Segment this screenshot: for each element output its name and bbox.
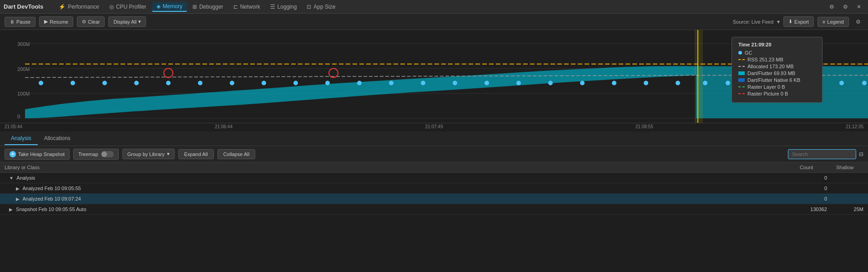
svg-point-16 — [134, 81, 139, 85]
pause-button[interactable]: ⏸ Pause — [5, 17, 35, 27]
tooltip-row-dart-flutter: Dart/Flutter 69.93 MB — [738, 71, 816, 76]
resume-icon: ▶ — [44, 19, 48, 25]
tooltip-title: Time 21:09:20 — [738, 42, 816, 47]
display-all-label: Display All — [113, 19, 136, 25]
svg-text:0: 0 — [17, 114, 20, 119]
table-row[interactable]: ▶ Analyzed Feb 10 09:07:24 0 — [0, 194, 868, 204]
network-icon: ⊏ — [233, 4, 238, 10]
table-header-row: Library or Class Count Shallow — [0, 162, 868, 173]
svg-point-29 — [548, 81, 553, 85]
svg-point-32 — [644, 81, 648, 85]
dart-flutter-native-label: Dart/Flutter Native 6 KB — [747, 77, 800, 83]
pause-icon: ⏸ — [10, 19, 15, 25]
svg-point-19 — [230, 81, 234, 85]
nav-item-debugger[interactable]: ⊞ Debugger — [188, 2, 228, 11]
group-by-library-button[interactable]: Group by Library ▾ — [122, 149, 175, 159]
row-snapshot1-text: Snapshot Feb 10 09:05:55 Auto — [16, 207, 86, 212]
take-heap-snapshot-button[interactable]: + Take Heap Snapshot — [5, 149, 70, 160]
clear-button[interactable]: ⊘ Clear — [77, 16, 105, 27]
settings-icon-btn[interactable]: ⚙ — [826, 1, 837, 12]
svg-point-27 — [484, 81, 489, 85]
svg-point-20 — [262, 81, 266, 85]
nav-item-logging-label: Logging — [278, 4, 297, 10]
chevron-down-icon: ▾ — [138, 19, 141, 25]
svg-point-18 — [198, 81, 202, 85]
svg-rect-42 — [695, 30, 703, 123]
nav-item-network[interactable]: ⊏ Network — [229, 2, 265, 11]
source-label: Source: Live Feed — [733, 19, 773, 25]
table-row[interactable]: ▶ Snapshot Feb 10 09:05:55 Auto 130362 2… — [0, 204, 868, 215]
export-icon: ⬇ — [788, 19, 792, 25]
expand-all-button[interactable]: Expand All — [178, 149, 214, 159]
analysis-toolbar: + Take Heap Snapshot Treemap Group by Li… — [0, 146, 868, 162]
memory-chart[interactable]: 300M 200M 100M 0 — [0, 30, 868, 123]
app-size-icon: ⊡ — [307, 4, 311, 10]
expand-arrow-analyzed1: ▶ — [16, 186, 20, 191]
app-title: Dart DevTools — [4, 3, 43, 10]
resume-button[interactable]: ▶ Resume — [39, 16, 73, 27]
row-analyzed2-text: Analyzed Feb 10 09:07:24 — [22, 196, 81, 201]
nav-item-performance[interactable]: ⚡ Performance — [54, 2, 104, 11]
expand-arrow-analyzed2: ▶ — [16, 196, 20, 201]
collapse-all-label: Collapse All — [223, 151, 249, 157]
time-label-4: 21:12:35 — [846, 124, 863, 131]
legend-icon: ≡ — [823, 19, 825, 25]
rss-dash — [738, 59, 745, 60]
memory-icon: ◈ — [156, 3, 161, 10]
row-analyzed1-label: ▶ Analyzed Feb 10 09:05:55 — [0, 183, 795, 194]
row-analyzed2-label: ▶ Analyzed Feb 10 09:07:24 — [0, 194, 795, 204]
search-input[interactable] — [788, 149, 856, 159]
clear-label: Clear — [88, 19, 100, 25]
table-row[interactable]: ▶ Analyzed Feb 10 09:05:55 0 — [0, 183, 868, 194]
nav-item-memory[interactable]: ◈ Memory — [152, 2, 187, 12]
treemap-button[interactable]: Treemap — [73, 149, 119, 160]
svg-text:100M: 100M — [17, 91, 30, 96]
svg-point-26 — [453, 81, 457, 85]
group-lib-chevron-icon: ▾ — [167, 151, 170, 157]
collapse-all-button[interactable]: Collapse All — [217, 149, 255, 159]
time-label-2: 21:07:49 — [425, 124, 443, 131]
display-all-select[interactable]: Display All ▾ — [108, 16, 146, 27]
legend-button[interactable]: ≡ Legend — [818, 17, 849, 27]
svg-point-31 — [612, 81, 616, 85]
search-area: ⊟ — [788, 149, 863, 159]
tooltip-row-rss: RSS 251.23 MB — [738, 57, 816, 62]
group-by-library-label: Group by Library — [127, 151, 165, 157]
close-icon-btn[interactable]: ✕ — [853, 1, 864, 12]
debugger-icon: ⊞ — [192, 4, 197, 10]
toolbar-right: Source: Live Feed ▾ ⬇ Export ≡ Legend ⚙ — [733, 16, 863, 27]
export-button[interactable]: ⬇ Export — [783, 16, 814, 27]
row-analysis-count: 0 — [795, 173, 832, 183]
tooltip-row-gc: GC — [738, 50, 816, 55]
svg-point-11 — [164, 69, 173, 78]
treemap-toggle[interactable] — [101, 151, 114, 157]
row-analyzed1-shallow — [832, 183, 868, 194]
tooltip-row-dart-flutter-native: Dart/Flutter Native 6 KB — [738, 77, 816, 83]
nav-item-memory-label: Memory — [163, 3, 182, 10]
nav-item-app-size[interactable]: ⊡ App Size — [302, 2, 340, 11]
table-row[interactable]: ▼ Analysis 0 — [0, 173, 868, 183]
raster-layer-dash — [738, 86, 745, 87]
cpu-profiler-icon: ◎ — [109, 4, 114, 10]
time-label-3: 21:08:55 — [636, 124, 653, 131]
dart-flutter-bar — [738, 71, 745, 75]
source-chevron-icon: ▾ — [777, 19, 780, 25]
chart-settings-button[interactable]: ⚙ — [853, 16, 863, 27]
svg-point-14 — [71, 81, 75, 85]
take-heap-snapshot-label: Take Heap Snapshot — [18, 151, 65, 157]
gc-label: GC — [745, 50, 752, 55]
tab-allocations[interactable]: Allocations — [38, 132, 77, 145]
extensions-icon-btn[interactable]: ⚙ — [840, 1, 851, 12]
nav-item-logging[interactable]: ☰ Logging — [266, 2, 302, 11]
svg-point-22 — [325, 81, 330, 85]
nav-item-cpu-profiler[interactable]: ◎ CPU Profiler — [105, 2, 151, 11]
nav-item-network-label: Network — [240, 4, 260, 10]
tab-analysis[interactable]: Analysis — [5, 132, 38, 145]
svg-point-41 — [862, 81, 867, 85]
svg-point-17 — [166, 81, 171, 85]
row-analysis-shallow — [832, 173, 868, 183]
svg-point-24 — [389, 81, 394, 85]
row-snapshot1-count: 130362 — [795, 204, 832, 215]
row-snapshot1-label: ▶ Snapshot Feb 10 09:05:55 Auto — [0, 204, 795, 215]
filter-icon[interactable]: ⊟ — [859, 151, 863, 157]
